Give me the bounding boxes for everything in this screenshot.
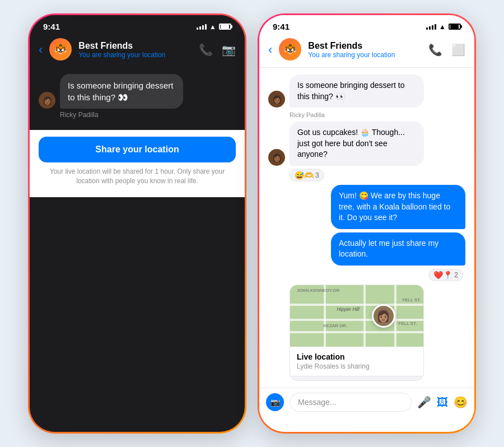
battery-icon [219,24,231,30]
header-icons: 📞 ⬜ [428,43,465,57]
avatar-group: 🐯 [49,38,73,62]
header-icons: 📞 📷 [199,43,236,57]
wifi-icon: ▲ [209,23,216,31]
share-disclaimer: Your live location will be shared for 1 … [39,167,236,186]
video-icon[interactable]: 📷 [222,43,236,57]
dark-message-area: 👩🏾 Is someone bringing dessert to this t… [30,67,245,130]
battery-icon [449,24,461,30]
right-phone-content: 👩🏾 Is someone bringing dessert to this t… [259,68,474,423]
sender-name: Ricky Padilla [60,111,236,119]
sender-avatar: 👩🏾 [268,149,285,166]
sender-avatar: 👩🏾 [268,91,285,108]
sender-name: Ricky Padilla [290,111,465,118]
signal-icon [197,24,207,30]
wifi-icon: ▲ [439,23,446,31]
group-name: Best Friends [308,41,423,51]
message-row: Actually let me just share my location. [268,232,465,266]
share-button-area: Share your location Your live location w… [30,130,245,197]
left-phone: 9:41 ▲ ‹ 🐯 Best Friends [28,13,246,434]
location-card-title: Live location [297,352,417,361]
message-row: Yum! 😋 We are by this huge tree, with a … [268,185,465,229]
sender-avatar: 👩🏾 [39,92,55,109]
reaction-row: 😅🫶 3 [290,169,465,181]
camera-button[interactable]: 📷 [266,393,284,411]
sent-bubble: Yum! 😋 We are by this huge tree, with a … [331,185,465,229]
signal-icon [426,24,436,30]
sent-bubble: Actually let me just share my location. [331,232,465,266]
share-location-button[interactable]: Share your location [39,137,236,162]
view-location-button[interactable]: View [290,376,423,381]
reaction-bubble: 😅🫶 3 [290,169,324,181]
group-name: Best Friends [78,41,193,51]
location-card-subtitle: Lydie Rosales is sharing [297,362,417,370]
location-avatar-pin: 👩🏽 [372,304,395,328]
received-bubble: Is someone bringing dessert to this thin… [290,74,424,108]
group-avatar: 🐯 [279,38,301,60]
right-phone: 9:41 ▲ ‹ 🐯 Best Friends [258,13,476,434]
left-time: 9:41 [43,22,60,31]
left-status-icons: ▲ [197,23,231,31]
right-time: 9:41 [273,22,290,31]
right-chat-header: ‹ 🐯 Best Friends You are sharing your lo… [259,35,474,68]
call-icon[interactable]: 📞 [199,43,213,57]
message-input[interactable]: Message... [290,393,412,412]
right-status-icons: ▲ [426,23,461,31]
location-card-info: Live location Lydie Rosales is sharing [290,347,423,376]
sticker-icon[interactable]: 😊 [454,395,468,409]
message-row: 👩🏾 Is someone bringing dessert to this t… [268,74,465,108]
reaction-row-sent: ❤️📍 2 [268,269,463,281]
sharing-subtitle: You are sharing your location [78,51,193,59]
left-chat-header: ‹ 🐯 Best Friends You are sharing your lo… [30,35,245,67]
input-icons: 🎤 🖼 😊 [417,395,468,409]
location-card: JOHN-KENNEDY-DR FELL ST. KEZAR DR. FELL … [290,285,424,381]
left-status-bar: 9:41 ▲ [30,15,245,35]
sharing-subtitle: You are sharing your location [308,51,423,59]
video-icon[interactable]: ⬜ [451,43,465,57]
reaction-bubble: ❤️📍 2 [428,269,463,281]
back-button[interactable]: ‹ [39,43,43,57]
location-map-preview: JOHN-KENNEDY-DR FELL ST. KEZAR DR. FELL … [290,285,423,347]
input-bar: 📷 Message... 🎤 🖼 😊 [259,388,474,423]
header-info: Best Friends You are sharing your locati… [78,41,193,59]
messages-area: 👩🏾 Is someone bringing dessert to this t… [259,68,474,388]
header-info: Best Friends You are sharing your locati… [308,41,423,59]
message-bubble: Is someone bringing dessert to this thin… [60,74,183,109]
received-bubble: Got us cupcakes! 🧁 Though... just got he… [290,122,424,166]
message-row: 👩🏾 Is someone bringing dessert to this t… [39,74,236,109]
avatar-group: 🐯 [279,38,302,62]
back-button[interactable]: ‹ [268,43,272,57]
call-icon[interactable]: 📞 [428,43,442,57]
right-status-bar: 9:41 ▲ [259,15,474,35]
photo-icon[interactable]: 🖼 [437,396,448,409]
message-row: 👩🏾 Got us cupcakes! 🧁 Though... just got… [268,122,465,166]
mic-icon[interactable]: 🎤 [417,395,431,409]
group-avatar: 🐯 [49,38,72,60]
